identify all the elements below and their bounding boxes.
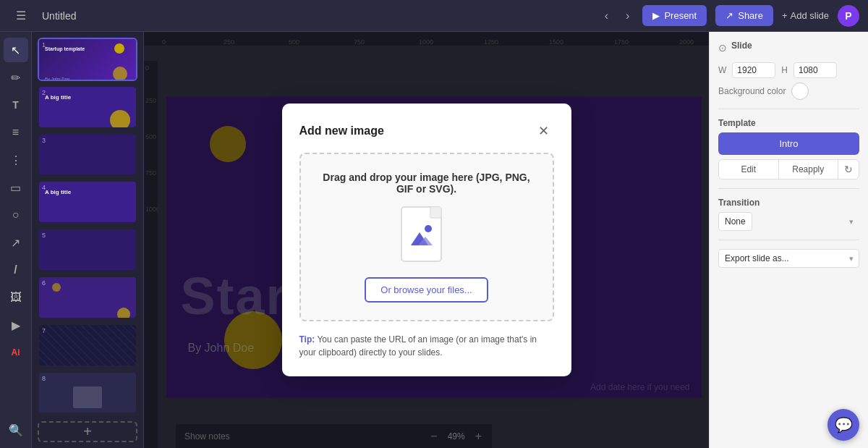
- nav-prev-button[interactable]: ‹: [600, 7, 613, 25]
- tool-cursor[interactable]: ↖: [4, 38, 28, 62]
- modal-overlay: Add new image ✕ Drag and drop your image…: [144, 32, 709, 448]
- file-upload-icon: [398, 203, 456, 269]
- modal-title: Add new image: [299, 124, 384, 138]
- circle-icon: ○: [12, 208, 20, 221]
- template-name-button[interactable]: Intro: [718, 132, 859, 155]
- transition-section-title: Transition: [718, 198, 859, 208]
- height-label: H: [781, 65, 788, 75]
- main-layout: ↖ ✏ T ≡ ⋮ ▭ ○ ↗ / 🖼 ▶ Ai 🔍 1 Startup tem…: [0, 32, 868, 448]
- add-slide-button[interactable]: + Add slide: [782, 10, 829, 21]
- tool-image[interactable]: 🖼: [4, 285, 28, 310]
- add-image-modal: Add new image ✕ Drag and drop your image…: [282, 103, 571, 376]
- edit-template-button[interactable]: Edit: [719, 160, 779, 179]
- tool-text[interactable]: T: [4, 93, 28, 117]
- tool-bullet[interactable]: ⋮: [4, 148, 28, 172]
- bg-color-picker[interactable]: [791, 83, 809, 100]
- nav-next-button[interactable]: ›: [621, 7, 634, 25]
- tool-arrow[interactable]: ↗: [4, 230, 28, 255]
- list-icon: ≡: [12, 126, 19, 139]
- slide-thumb-1[interactable]: 1 Startup template By John Doe: [38, 38, 137, 81]
- export-select[interactable]: Export slide as...: [718, 249, 859, 268]
- video-icon: ▶: [12, 318, 20, 332]
- arrow-icon: ↗: [11, 236, 20, 250]
- height-input[interactable]: [793, 62, 837, 78]
- pen-icon: ✏: [11, 71, 20, 85]
- chat-button[interactable]: 💬: [827, 409, 859, 441]
- transition-select-wrapper: None: [718, 212, 859, 231]
- menu-button[interactable]: ☰: [9, 4, 33, 28]
- reapply-template-button[interactable]: Reapply: [779, 160, 838, 179]
- template-actions: Edit Reapply ↻: [718, 159, 859, 179]
- slide-thumb-5[interactable]: 5: [38, 228, 137, 271]
- tool-list[interactable]: ≡: [4, 120, 28, 145]
- app-title: Untitled: [42, 10, 592, 22]
- slide-thumb-3[interactable]: 3: [38, 133, 137, 177]
- share-button[interactable]: ↗ Share: [715, 5, 773, 26]
- slide-thumb-7[interactable]: 7: [38, 324, 137, 367]
- slide-thumb-8[interactable]: 8: [38, 371, 137, 415]
- tool-search[interactable]: 🔍: [4, 418, 28, 442]
- modal-header: Add new image ✕: [299, 121, 554, 141]
- width-label: W: [718, 65, 726, 75]
- canvas-area: 0 250 500 750 1000 1250 1500 1750 2000 0…: [144, 32, 709, 448]
- present-icon: ▶: [652, 10, 660, 21]
- svg-rect-1: [430, 207, 441, 218]
- tip-label: Tip:: [299, 334, 315, 345]
- bg-color-row: Background color: [718, 83, 859, 100]
- menu-icon: ☰: [16, 9, 26, 22]
- template-section-title: Template: [718, 118, 859, 128]
- template-options-button[interactable]: ↻: [838, 160, 859, 179]
- tip-text: Tip: You can paste the URL of an image (…: [299, 333, 554, 359]
- rectangle-icon: ▭: [10, 181, 21, 195]
- slide-icon: ⊙: [718, 42, 727, 54]
- bg-color-label: Background color: [718, 86, 786, 96]
- export-select-wrapper: Export slide as...: [718, 249, 859, 268]
- tool-adobe[interactable]: Ai: [4, 340, 28, 365]
- slide-section: ⊙ Slide W H Background color: [718, 41, 859, 100]
- line-icon: /: [14, 263, 17, 276]
- slide-thumb-4[interactable]: 4 A big title: [38, 180, 137, 224]
- adobe-icon: Ai: [12, 347, 20, 358]
- modal-close-button[interactable]: ✕: [534, 121, 554, 141]
- slide-thumb-2[interactable]: 2 A big title: [38, 85, 137, 129]
- slide-panel: 1 Startup template By John Doe 2 A big t…: [32, 32, 144, 448]
- transition-section: Transition None: [718, 198, 859, 231]
- right-panel: ⊙ Slide W H Background color Template In…: [709, 32, 868, 448]
- drop-zone-text: Drag and drop your image here (JPG, PNG,…: [318, 172, 535, 195]
- transition-select[interactable]: None: [718, 212, 752, 231]
- width-input[interactable]: [732, 62, 775, 78]
- search-icon: 🔍: [9, 423, 23, 437]
- present-button[interactable]: ▶ Present: [642, 5, 707, 26]
- refresh-icon: ↻: [844, 164, 853, 175]
- text-icon: T: [12, 99, 19, 111]
- template-section: Template Intro Edit Reapply ↻: [718, 118, 859, 179]
- chat-icon: 💬: [835, 416, 853, 434]
- tool-line[interactable]: /: [4, 258, 28, 282]
- tool-rectangle[interactable]: ▭: [4, 175, 28, 200]
- bullet-icon: ⋮: [10, 153, 22, 167]
- slide-thumb-6[interactable]: 6: [38, 276, 137, 319]
- tool-video[interactable]: ▶: [4, 313, 28, 337]
- browse-files-button[interactable]: Or browse your files...: [365, 277, 488, 303]
- add-slide-panel-button[interactable]: +: [38, 421, 137, 442]
- tool-circle[interactable]: ○: [4, 203, 28, 227]
- share-icon: ↗: [726, 10, 733, 21]
- cursor-icon: ↖: [11, 43, 20, 57]
- dimensions-row: W H: [718, 62, 859, 78]
- tool-pen[interactable]: ✏: [4, 65, 28, 90]
- svg-point-4: [425, 225, 432, 232]
- image-icon: 🖼: [10, 291, 22, 304]
- top-bar: ☰ Untitled ‹ › ▶ Present ↗ Share + Add s…: [0, 0, 868, 32]
- slide-section-title: Slide: [731, 41, 752, 51]
- drop-zone[interactable]: Drag and drop your image here (JPG, PNG,…: [299, 153, 554, 321]
- plus-icon: +: [782, 10, 788, 21]
- avatar[interactable]: P: [838, 5, 859, 27]
- left-toolbar: ↖ ✏ T ≡ ⋮ ▭ ○ ↗ / 🖼 ▶ Ai 🔍: [0, 32, 32, 448]
- export-section: Export slide as...: [718, 249, 859, 268]
